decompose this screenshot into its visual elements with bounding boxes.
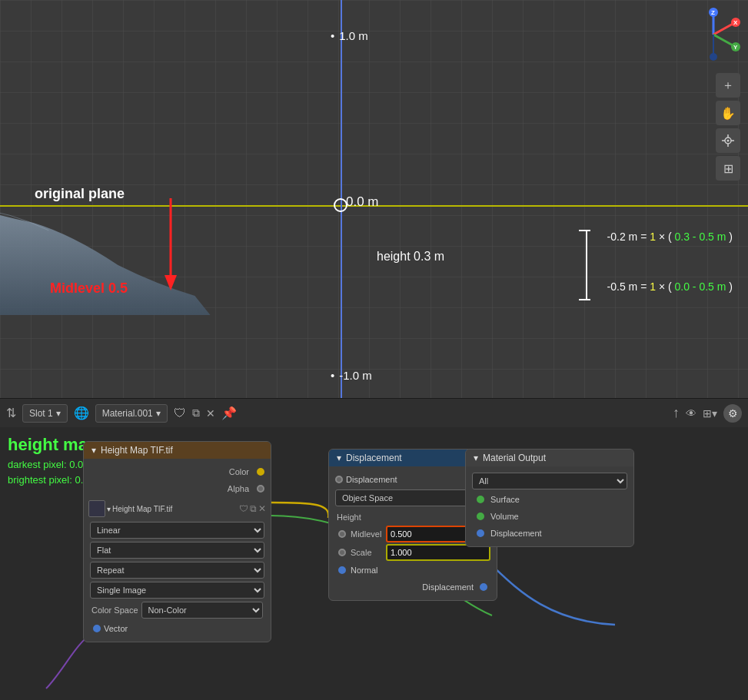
- hmap-x2[interactable]: ✕: [258, 503, 266, 514]
- mat-out-title: ▾ Material Output: [466, 450, 633, 466]
- hmap-proj-select[interactable]: Flat: [90, 542, 264, 559]
- mat-out-surface-label: Surface: [490, 495, 520, 504]
- disp-normal-socket[interactable]: [338, 566, 346, 574]
- close-icon[interactable]: ✕: [206, 407, 215, 420]
- layout-icon[interactable]: ⊞▾: [703, 407, 717, 420]
- red-arrow: [161, 198, 180, 290]
- mat-out-target-select[interactable]: All: [472, 473, 627, 489]
- pan-icon[interactable]: ✋: [716, 101, 740, 125]
- hmap-node: ▾ Height Map TIF.tif Color Alpha ▾: [83, 441, 271, 642]
- hmap-shield2[interactable]: 🛡: [239, 503, 248, 514]
- hmap-proj-row: Flat: [87, 540, 268, 560]
- label-0m: 0.0 m: [346, 194, 379, 210]
- eq1-label: -0.2 m = 1 × ( 0.3 - 0.5 m ): [607, 231, 733, 243]
- height-label: height 0.3 m: [377, 250, 444, 264]
- mat-out-title-text: Material Output: [483, 453, 546, 463]
- disp-scale-socket[interactable]: [338, 549, 346, 556]
- hmap-src-select[interactable]: Single Image: [90, 582, 264, 599]
- hmap-cs-select[interactable]: Non-Color: [141, 602, 263, 619]
- disp-midlevel-label: Midlevel: [351, 529, 384, 539]
- mat-out-collapse[interactable]: ▾: [474, 453, 478, 463]
- hmap-vector-row: Vector: [87, 620, 268, 637]
- eq1-detail: 0.3 - 0.5 m: [675, 231, 726, 243]
- hmap-alpha-row: Alpha: [87, 480, 268, 497]
- material-name[interactable]: Material.001 ▾: [95, 404, 168, 423]
- mat-out-surface-socket[interactable]: [477, 496, 484, 503]
- origin-circle: [334, 198, 347, 212]
- hmap-interp-select[interactable]: Linear: [90, 522, 264, 539]
- copy-icon[interactable]: ⧉: [192, 406, 200, 420]
- disp-normal-row: Normal: [332, 562, 494, 579]
- render-icon[interactable]: ↑: [673, 405, 680, 421]
- pin-icon[interactable]: 📌: [221, 406, 237, 420]
- hmap-collapse-icon[interactable]: ▾: [91, 445, 96, 456]
- slot-label: Slot 1: [29, 408, 53, 419]
- mat-out-volume-socket[interactable]: [477, 513, 484, 520]
- disp-title-text: Displacement: [346, 453, 402, 463]
- camera-icon[interactable]: [716, 128, 740, 153]
- eq2-close: ): [729, 280, 733, 293]
- svg-text:Y: Y: [733, 44, 738, 51]
- svg-marker-1: [165, 275, 177, 290]
- disp-out-label: Displacement: [422, 582, 474, 592]
- mat-out-node: ▾ Material Output All Surface: [465, 449, 634, 547]
- eq2-x: × (: [659, 280, 672, 293]
- bottom-panel: ⇅ Slot 1 ▾ 🌐 Material.001 ▾ 🛡 ⧉ ✕ 📌 ↑ 👁 …: [0, 398, 748, 700]
- hmap-ext-select[interactable]: Repeat: [90, 562, 264, 579]
- hmap-image-row: ▾ Height Map TIF.tif 🛡 ⧉ ✕: [87, 497, 268, 520]
- mat-out-volume-label: Volume: [490, 512, 519, 521]
- disp-out-socket[interactable]: [480, 583, 487, 591]
- hmap-vector-socket[interactable]: [93, 625, 101, 632]
- mat-out-surface-row: Surface: [469, 491, 630, 508]
- hmap-node-title: ▾ Height Map TIF.tif: [84, 442, 271, 459]
- hmap-alpha-socket[interactable]: [257, 485, 264, 493]
- toolbar-right: ＋ ✋ ⊞: [716, 73, 740, 181]
- mat-out-disp-label: Displacement: [490, 529, 542, 538]
- disp-disp-socket[interactable]: [335, 476, 343, 483]
- hmap-cs-row: Color Space Non-Color: [87, 600, 268, 620]
- mat-out-disp-socket[interactable]: [477, 529, 484, 537]
- hmap-color-row: Color: [87, 463, 268, 480]
- disp-disp-label: Displacement: [346, 475, 397, 484]
- eq1-left: -0.2 m =: [607, 231, 647, 243]
- disp-out-row: Displacement: [332, 579, 494, 595]
- svg-text:Z: Z: [711, 9, 715, 16]
- slot-dropdown[interactable]: Slot 1 ▾: [22, 404, 68, 423]
- globe-icon[interactable]: 🌐: [74, 406, 89, 420]
- header-arrows[interactable]: ⇅: [6, 406, 16, 420]
- hmap-filename: Height Map TIF.tif: [112, 505, 238, 513]
- material-chevron: ▾: [156, 408, 161, 419]
- material-label: Material.001: [102, 408, 153, 419]
- hmap-cs-label: Color Space: [91, 605, 138, 615]
- node-header: ⇅ Slot 1 ▾ 🌐 Material.001 ▾ 🛡 ⧉ ✕ 📌 ↑ 👁 …: [0, 398, 748, 427]
- label-1m: 1.0 m: [331, 29, 368, 42]
- node-canvas: height map darkest pixel: 0.0 brightest …: [0, 427, 748, 700]
- hmap-image-preview: [88, 500, 105, 517]
- eq1-close: ): [729, 231, 733, 243]
- disp-height-label: Height: [337, 513, 361, 522]
- disp-collapse-icon[interactable]: ▾: [337, 453, 341, 463]
- hmap-copy2[interactable]: ⧉: [250, 503, 257, 514]
- zoom-icon[interactable]: ＋: [716, 73, 740, 98]
- eq2-one: 1: [650, 280, 656, 293]
- hmap-chevron[interactable]: ▾: [107, 505, 111, 513]
- nav-gizmo[interactable]: Z X Y: [686, 8, 740, 69]
- eq1-x: × (: [659, 231, 672, 243]
- mat-out-target-row: All: [469, 471, 630, 491]
- settings-icon[interactable]: ⚙: [723, 404, 742, 423]
- bracket-lines: [571, 227, 594, 304]
- hmap-interp-row: Linear: [87, 520, 268, 540]
- hmap-vector-label: Vector: [104, 624, 128, 633]
- grid-icon[interactable]: ⊞: [716, 156, 740, 181]
- hmap-title-text: Height Map TIF.tif: [101, 445, 173, 456]
- disp-midlevel-socket[interactable]: [338, 530, 346, 538]
- svg-line-8: [713, 23, 734, 35]
- hmap-ext-row: Repeat: [87, 560, 268, 580]
- slot-chevron: ▾: [56, 408, 61, 419]
- preview-icon[interactable]: 👁: [686, 407, 696, 420]
- shield-icon[interactable]: 🛡: [174, 406, 186, 420]
- mat-out-body: All Surface Volume Displacement: [466, 466, 633, 546]
- hmap-alpha-label: Alpha: [228, 484, 249, 493]
- hmap-color-socket[interactable]: [257, 468, 264, 476]
- midlevel-label: Midlevel 0.5: [50, 280, 128, 297]
